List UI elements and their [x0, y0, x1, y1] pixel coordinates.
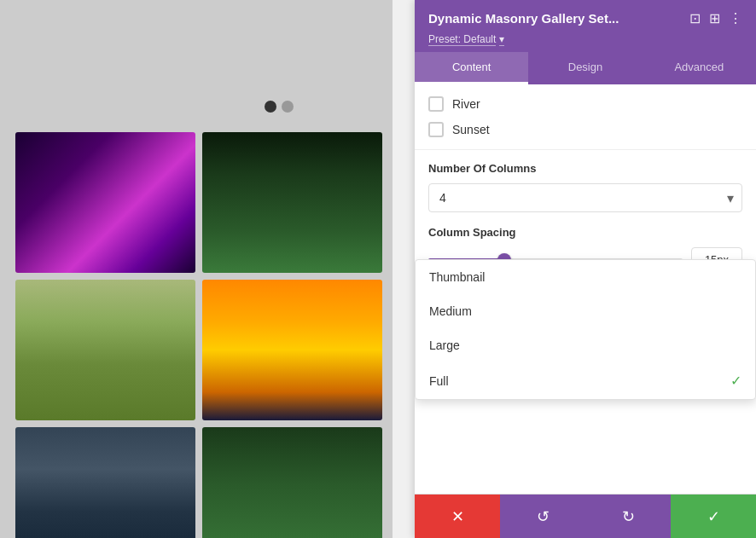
- responsive-icon[interactable]: ⊡: [689, 10, 701, 26]
- settings-panel: Dynamic Masonry Gallery Set... ⊡ ⊞ ⋮ Pre…: [415, 0, 756, 538]
- photo-path: [15, 280, 195, 420]
- panel-header-icons: ⊡ ⊞ ⋮: [689, 10, 742, 26]
- panel-body: River Sunset Number Of Columns 4 1 2 3 5…: [415, 84, 756, 494]
- bottom-toolbar: ✕ ↺ ↻ ✓: [415, 494, 756, 538]
- more-icon[interactable]: ⋮: [729, 10, 742, 26]
- photo-green: [202, 427, 382, 538]
- layout-icon[interactable]: ⊞: [709, 10, 720, 26]
- label-river: River: [452, 97, 480, 111]
- pagination: [265, 101, 294, 113]
- label-sunset: Sunset: [452, 123, 490, 136]
- image-size-dropdown: Thumbnail Medium Large Full ✓: [415, 259, 756, 400]
- dot-1[interactable]: [265, 101, 276, 113]
- checkbox-river[interactable]: [428, 96, 444, 112]
- cancel-button[interactable]: ✕: [415, 495, 500, 538]
- photo-water: [15, 427, 195, 538]
- dropdown-item-thumbnail[interactable]: Thumbnail: [416, 260, 755, 294]
- tab-design[interactable]: Design: [528, 52, 642, 84]
- tab-advanced[interactable]: Advanced: [643, 52, 756, 84]
- panel-header: Dynamic Masonry Gallery Set... ⊡ ⊞ ⋮ Pre…: [415, 0, 756, 52]
- redo-button[interactable]: ↻: [585, 495, 671, 538]
- canvas-area: [0, 0, 393, 538]
- columns-select[interactable]: 4 1 2 3 5: [428, 183, 742, 212]
- panel-header-top: Dynamic Masonry Gallery Set... ⊡ ⊞ ⋮: [428, 10, 742, 26]
- photo-balloons: [202, 280, 382, 420]
- dropdown-item-medium[interactable]: Medium: [416, 294, 755, 328]
- save-button[interactable]: ✓: [671, 495, 756, 538]
- photo-nebula: [15, 132, 195, 273]
- panel-preset[interactable]: Preset: Default ▾: [428, 33, 742, 45]
- dot-2[interactable]: [282, 101, 294, 113]
- panel-title: Dynamic Masonry Gallery Set...: [428, 11, 689, 26]
- photo-forest: [202, 132, 382, 273]
- gallery-item-river: River: [428, 91, 742, 117]
- gallery-item-sunset: Sunset: [428, 117, 742, 142]
- spacing-label: Column Spacing: [428, 226, 742, 239]
- columns-select-wrapper: 4 1 2 3 5 ▾: [428, 183, 742, 212]
- tabs-bar: Content Design Advanced: [415, 52, 756, 84]
- gallery-items: River Sunset: [415, 84, 756, 150]
- dropdown-item-full[interactable]: Full ✓: [416, 362, 755, 399]
- checkbox-sunset[interactable]: [428, 122, 444, 137]
- check-icon: ✓: [730, 373, 741, 389]
- dropdown-item-large[interactable]: Large: [416, 328, 755, 362]
- columns-label: Number Of Columns: [428, 162, 742, 175]
- tab-content[interactable]: Content: [415, 52, 528, 84]
- photo-grid: [15, 132, 382, 538]
- reset-button[interactable]: ↺: [500, 495, 585, 538]
